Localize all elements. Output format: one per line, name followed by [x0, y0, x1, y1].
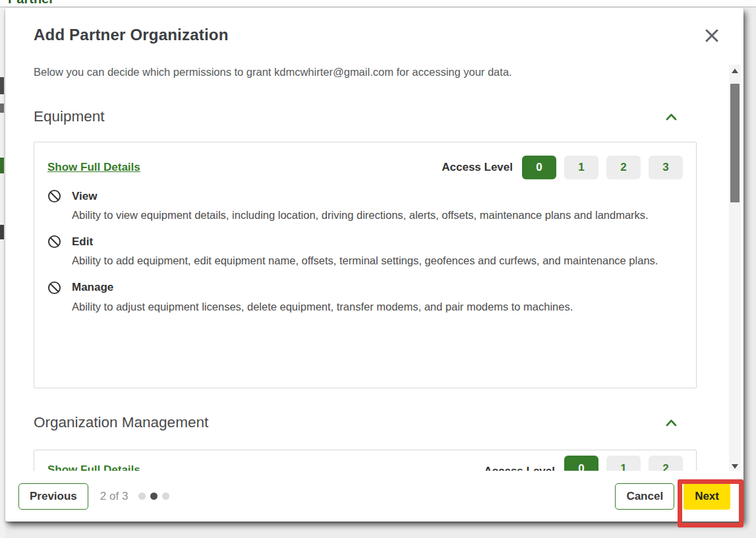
close-icon[interactable]: [701, 25, 722, 46]
access-level-2-button[interactable]: 2: [606, 156, 641, 179]
dialog-footer: Previous 2 of 3 Cancel Next: [5, 471, 743, 522]
chevron-up-icon[interactable]: [663, 111, 680, 123]
section-header-equipment: Equipment: [34, 108, 697, 125]
prohibited-icon: [47, 281, 61, 295]
access-level-0-button[interactable]: 0: [522, 156, 556, 179]
cancel-button[interactable]: Cancel: [615, 483, 674, 510]
next-button[interactable]: Next: [683, 483, 730, 510]
permission-row-manage: Manage: [47, 281, 683, 295]
prohibited-icon: [47, 189, 61, 203]
permission-name: View: [72, 190, 97, 203]
access-level-label: Access Level: [484, 465, 555, 471]
previous-button[interactable]: Previous: [18, 483, 88, 510]
access-level-group: Access Level 0 1 2: [484, 456, 683, 471]
background-fragment: [0, 104, 4, 113]
permission-row-edit: Edit: [47, 235, 683, 249]
prohibited-icon: [47, 235, 61, 249]
step-dot-3: [162, 493, 169, 500]
step-dots: [138, 493, 169, 500]
scroll-up-arrow-icon[interactable]: [729, 65, 741, 76]
dialog-title: Add Partner Organization: [34, 26, 229, 44]
access-level-label: Access Level: [442, 161, 513, 174]
permission-description: Ability to add equipment, edit equipment…: [72, 253, 665, 268]
step-dot-2-active: [150, 493, 158, 500]
permission-name: Edit: [72, 235, 93, 249]
access-level-1-button[interactable]: 1: [564, 156, 598, 179]
show-full-details-link[interactable]: Show Full Details: [47, 463, 140, 471]
equipment-permissions-card: Show Full Details Access Level 0 1 2 3 V…: [34, 142, 697, 388]
access-level-0-button[interactable]: 0: [564, 456, 598, 471]
background-fragment: [0, 225, 4, 239]
chevron-up-icon[interactable]: [663, 417, 680, 429]
vertical-scrollbar[interactable]: [729, 65, 741, 472]
section-title: Organization Management: [34, 414, 208, 431]
background-page-strip: Partner: [0, 0, 756, 7]
background-page-heading: Partner: [8, 0, 756, 7]
background-fragment: [0, 77, 4, 94]
show-full-details-link[interactable]: Show Full Details: [47, 161, 140, 174]
access-level-group: Access Level 0 1 2 3: [442, 156, 683, 179]
page-indicator: 2 of 3: [100, 490, 129, 503]
access-level-3-button[interactable]: 3: [649, 156, 683, 179]
section-header-organization-management: Organization Management: [34, 414, 697, 431]
permission-description: Ability to view equipment details, inclu…: [72, 208, 665, 222]
step-dot-1: [138, 493, 146, 500]
permission-row-view: View: [47, 189, 683, 203]
add-partner-organization-dialog: Add Partner Organization Below you can d…: [5, 8, 743, 522]
access-level-2-button[interactable]: 2: [649, 456, 683, 471]
dialog-subtitle: Below you can decide which permissions t…: [34, 66, 512, 78]
dialog-scroll-body: Equipment Show Full Details Access Level…: [34, 100, 697, 471]
organization-management-permissions-card: Show Full Details Access Level 0 1 2: [34, 450, 697, 471]
scrollbar-thumb[interactable]: [730, 84, 740, 202]
permission-name: Manage: [72, 281, 113, 294]
background-fragment: [0, 158, 4, 173]
background-left-strip: [0, 7, 5, 538]
access-level-1-button[interactable]: 1: [606, 456, 641, 471]
section-title: Equipment: [34, 108, 105, 125]
permission-description: Ability to adjust equipment licenses, de…: [72, 299, 665, 314]
